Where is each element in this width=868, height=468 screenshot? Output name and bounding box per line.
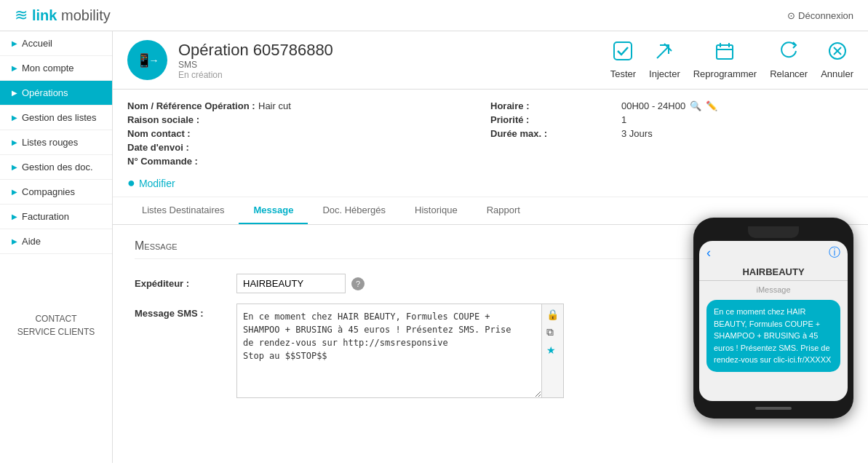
sidebar-item-label: Facturation [22, 211, 69, 222]
tab-doc-heberges[interactable]: Doc. Hébergés [308, 197, 400, 224]
expediteur-control: ? [236, 274, 365, 293]
copy-icon[interactable]: ⧉ [546, 326, 559, 338]
raison-sociale-label: Raison sociale : [127, 114, 258, 125]
phone-message-bubble: En ce moment chez HAIR BEAUTY, Formules … [706, 300, 840, 372]
tab-listes[interactable]: Listes Destinataires [127, 197, 239, 224]
phone-divider [699, 280, 848, 281]
tester-button[interactable]: Tester [610, 41, 636, 79]
deconnexion-icon: ⊙ [787, 10, 795, 21]
chevron-icon: ▶ [12, 64, 17, 72]
sidebar-item-label: Mon compte [22, 63, 74, 74]
svg-line-2 [657, 47, 669, 58]
deconnexion-label: Déconnexion [798, 10, 853, 21]
tab-rapport-label: Rapport [487, 205, 520, 215]
phone-top-bar: ‹ ⓘ [699, 241, 848, 265]
chevron-icon: ▶ [12, 237, 17, 245]
contact-line2: SERVICE CLIENTS [7, 325, 105, 338]
horaire-label: Horaire : [490, 100, 621, 111]
chevron-icon: ▶ [12, 114, 17, 122]
sidebar-item-facturation[interactable]: ▶ Facturation [0, 205, 112, 229]
sidebar-item-label: Accueil [22, 38, 52, 49]
info-section: Nom / Référence Opération : Hair cut Rai… [113, 90, 868, 197]
reprogrammer-button[interactable]: Reprogrammer [693, 41, 757, 79]
date-envoi-field: Date d'envoi : [127, 142, 490, 153]
priorite-value: 1 [621, 114, 626, 125]
sidebar-item-mon-compte[interactable]: ▶ Mon compte [0, 56, 112, 81]
message-textarea[interactable]: En ce moment chez HAIR BEAUTY, Formules … [236, 304, 542, 398]
tab-message[interactable]: Message [239, 197, 308, 224]
tab-message-label: Message [253, 205, 293, 215]
reprogrammer-icon [714, 41, 735, 66]
search-icon[interactable]: 🔍 [690, 100, 701, 111]
help-icon[interactable]: ? [351, 277, 365, 290]
annuler-label: Annuler [821, 68, 853, 79]
relancer-icon [779, 41, 799, 66]
operation-status: En création [178, 70, 333, 80]
horaire-value: 00H00 - 24H00 🔍 ✏️ [621, 100, 717, 111]
message-section: Message Expéditeur : ? Message SMS : En … [113, 225, 868, 423]
star-icon[interactable]: ★ [546, 344, 559, 356]
phone-preview: ‹ ⓘ HAIRBEAUTY iMessage En ce moment che… [693, 218, 853, 419]
chevron-icon: ▶ [12, 163, 17, 171]
sidebar-item-gestion-doc[interactable]: ▶ Gestion des doc. [0, 155, 112, 180]
layout: ▶ Accueil ▶ Mon compte ▶ Opérations ▶ Ge… [0, 31, 868, 463]
sidebar-item-label: Listes rouges [22, 137, 78, 148]
sidebar-item-compagnies[interactable]: ▶ Compagnies [0, 180, 112, 205]
logo-text: link mobility [32, 7, 111, 24]
sidebar-item-label: Gestion des listes [22, 112, 97, 123]
sidebar-item-gestion-listes[interactable]: ▶ Gestion des listes [0, 106, 112, 130]
phone-screen: ‹ ⓘ HAIRBEAUTY iMessage En ce moment che… [699, 241, 848, 401]
sidebar-item-label: Compagnies [22, 186, 75, 197]
textarea-icons: 🔒 ⧉ ★ [542, 304, 564, 398]
sidebar-item-listes-rouges[interactable]: ▶ Listes rouges [0, 130, 112, 155]
tab-rapport[interactable]: Rapport [472, 197, 535, 224]
duree-max-value: 3 Jours [621, 128, 653, 139]
edit-icon[interactable]: ✏️ [706, 100, 717, 111]
chevron-icon: ▶ [12, 39, 17, 47]
chevron-icon: ▶ [12, 188, 17, 196]
num-commande-field: N° Commande : [127, 156, 490, 167]
reprogrammer-label: Reprogrammer [693, 68, 757, 79]
deconnexion-button[interactable]: ⊙ Déconnexion [787, 10, 853, 21]
sidebar: ▶ Accueil ▶ Mon compte ▶ Opérations ▶ Ge… [0, 31, 113, 463]
nom-contact-label: Nom contact : [127, 128, 258, 139]
textarea-wrapper: En ce moment chez HAIR BEAUTY, Formules … [236, 304, 564, 398]
tab-listes-label: Listes Destinataires [142, 205, 224, 215]
operation-type: SMS [178, 60, 333, 70]
injecter-label: Injecter [649, 68, 680, 79]
raison-sociale-field: Raison sociale : [127, 114, 490, 125]
chevron-icon: ▶ [12, 89, 17, 97]
annuler-button[interactable]: Annuler [821, 41, 853, 79]
main-content: 📱 → Opération 605786880 SMS En création … [113, 31, 868, 463]
contact-service-clients: CONTACT SERVICE CLIENTS [0, 298, 112, 353]
modifier-label: Modifier [139, 178, 175, 189]
relancer-button[interactable]: Relancer [770, 41, 808, 79]
message-sms-label: Message SMS : [135, 304, 236, 319]
horaire-field: Horaire : 00H00 - 24H00 🔍 ✏️ [490, 100, 853, 111]
injecter-icon [654, 41, 674, 66]
phone-imessage-label: iMessage [699, 285, 848, 294]
modifier-button[interactable]: ● Modifier [127, 175, 853, 191]
operation-title-block: Opération 605786880 SMS En création [178, 41, 333, 80]
sidebar-item-operations[interactable]: ▶ Opérations [0, 81, 112, 106]
nom-contact-field: Nom contact : [127, 128, 490, 139]
svg-rect-3 [717, 45, 733, 59]
tester-icon [613, 41, 633, 66]
sidebar-item-label: Gestion des doc. [22, 162, 93, 172]
injecter-button[interactable]: Injecter [649, 41, 680, 79]
tab-historique[interactable]: Historique [400, 197, 472, 224]
sidebar-item-aide[interactable]: ▶ Aide [0, 229, 112, 254]
lock-icon[interactable]: 🔒 [546, 309, 559, 320]
priorite-field: Priorité : 1 [490, 114, 853, 125]
sidebar-item-label: Aide [22, 236, 41, 247]
expediteur-input[interactable] [236, 274, 346, 293]
svg-rect-0 [614, 42, 632, 60]
sidebar-item-accueil[interactable]: ▶ Accueil [0, 31, 112, 56]
nom-reference-field: Nom / Référence Opération : Hair cut [127, 100, 490, 111]
sidebar-item-label: Opérations [22, 87, 68, 98]
phone-notch [699, 226, 848, 238]
arrow-right-icon: → [149, 55, 159, 66]
modifier-icon: ● [127, 175, 135, 191]
nom-reference-label: Nom / Référence Opération : [127, 100, 258, 111]
operation-icon: 📱 → [127, 40, 167, 80]
